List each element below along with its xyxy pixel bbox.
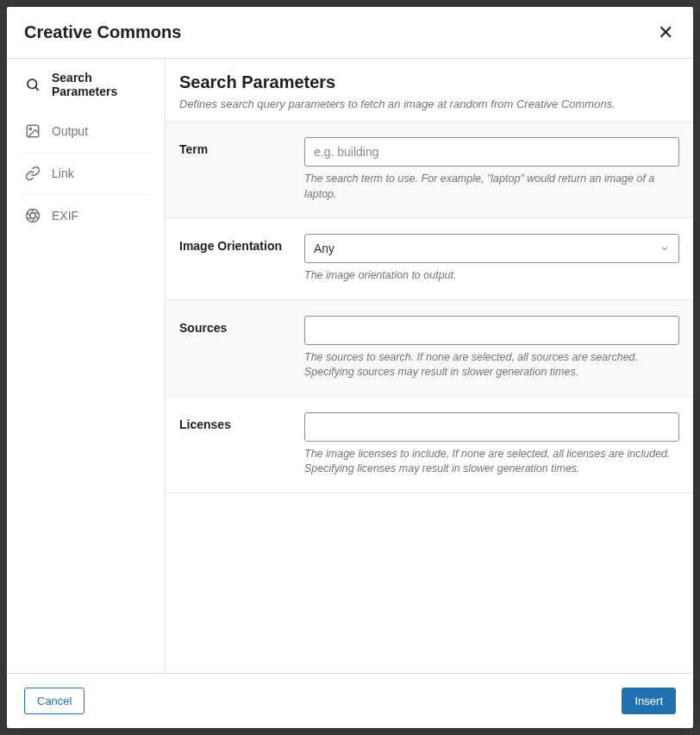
sidebar-item-label: Output [52,124,88,138]
sidebar-item-search-parameters[interactable]: Search Parameters [7,59,165,110]
sources-input[interactable] [304,316,679,345]
orientation-help: The image orientation to output. [304,268,679,284]
term-input[interactable] [304,137,679,166]
svg-point-0 [28,79,37,89]
search-icon [24,76,41,93]
orientation-select[interactable]: Any [304,234,679,263]
modal-header: Creative Commons ✕ [7,7,693,59]
sidebar-item-link[interactable]: Link [21,153,151,195]
sidebar: Search Parameters Output Link EXIF [7,59,166,673]
licenses-help: The image licenses to include. If none a… [304,447,679,477]
content-description: Defines search query parameters to fetch… [179,97,679,110]
svg-line-1 [35,87,39,91]
field-control-orientation: Any The image orientation to output. [304,234,679,284]
sidebar-item-output[interactable]: Output [21,110,151,153]
field-label-licenses: Licenses [179,412,304,477]
field-label-orientation: Image Orientation [179,234,304,284]
field-sources: Sources The sources to search. If none a… [166,299,693,396]
field-orientation: Image Orientation Any The image orientat… [166,217,693,299]
sidebar-item-label: EXIF [52,209,78,223]
field-control-sources: The sources to search. If none are selec… [304,316,679,380]
close-icon: ✕ [658,22,673,44]
sources-help: The sources to search. If none are selec… [304,350,679,380]
field-control-licenses: The image licenses to include. If none a… [304,412,679,477]
sidebar-item-label: Link [52,166,74,180]
image-icon [24,122,41,140]
field-control-term: The search term to use. For example, "la… [304,137,679,202]
term-help: The search term to use. For example, "la… [304,172,679,202]
sidebar-item-exif[interactable]: EXIF [21,195,151,236]
modal-title: Creative Commons [24,22,181,42]
sidebar-item-label: Search Parameters [52,71,147,98]
content-panel: Search Parameters Defines search query p… [166,59,693,673]
insert-button[interactable]: Insert [622,688,676,714]
field-label-term: Term [179,137,304,202]
field-licenses: Licenses The image licenses to include. … [166,396,693,493]
modal-body: Search Parameters Output Link EXIF [7,59,693,673]
field-label-sources: Sources [179,316,304,380]
link-icon [24,165,41,182]
modal-footer: Cancel Insert [7,673,693,728]
close-button[interactable]: ✕ [652,19,679,47]
licenses-input[interactable] [304,412,679,442]
aperture-icon [24,207,41,224]
field-term: Term The search term to use. For example… [166,121,693,217]
modal: Creative Commons ✕ Search Parameters Out… [7,7,693,728]
content-title: Search Parameters [179,72,679,92]
content-header: Search Parameters Defines search query p… [166,59,693,121]
svg-point-3 [29,128,31,129]
cancel-button[interactable]: Cancel [24,688,84,714]
